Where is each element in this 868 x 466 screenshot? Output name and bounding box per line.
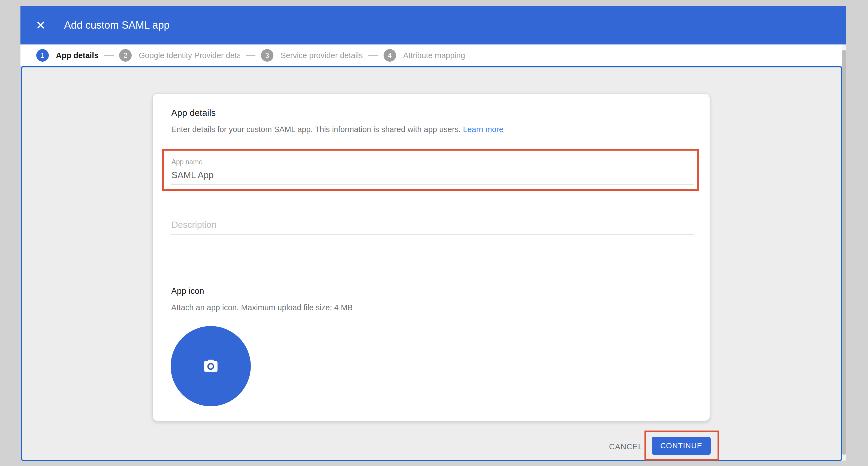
cancel-button[interactable]: CANCEL bbox=[608, 442, 645, 452]
scrollbar-thumb[interactable] bbox=[842, 50, 846, 455]
dialog-header: ✕ Add custom SAML app bbox=[21, 6, 846, 45]
card-description-text: Enter details for your custom SAML app. … bbox=[171, 125, 463, 134]
camera-icon bbox=[204, 359, 218, 373]
app-name-label: App name bbox=[172, 158, 203, 166]
app-icon-upload-button[interactable] bbox=[170, 326, 251, 406]
description-input[interactable] bbox=[171, 220, 694, 235]
close-icon[interactable]: ✕ bbox=[36, 19, 50, 31]
step-number-badge: 2 bbox=[119, 49, 132, 62]
learn-more-link[interactable]: Learn more bbox=[463, 125, 503, 134]
page: ✕ Add custom SAML app 1 App details 2 Go… bbox=[0, 0, 868, 466]
step-divider bbox=[104, 55, 114, 56]
app-icon-heading: App icon bbox=[171, 286, 204, 296]
step-google-idp-details[interactable]: 2 Google Identity Provider details bbox=[119, 49, 240, 62]
dialog-title: Add custom SAML app bbox=[64, 19, 169, 31]
card-description: Enter details for your custom SAML app. … bbox=[171, 125, 503, 134]
step-divider bbox=[246, 55, 255, 56]
app-name-input[interactable] bbox=[171, 170, 694, 185]
step-attribute-mapping[interactable]: 4 Attribute mapping bbox=[383, 49, 465, 62]
app-details-card: App details Enter details for your custo… bbox=[152, 93, 710, 421]
continue-button[interactable]: CONTINUE bbox=[652, 437, 711, 455]
card-heading: App details bbox=[171, 108, 216, 118]
app-icon-help-text: Attach an app icon. Maximum upload file … bbox=[171, 303, 353, 312]
step-label: Attribute mapping bbox=[403, 51, 465, 60]
step-app-details[interactable]: 1 App details bbox=[36, 49, 98, 62]
step-label: Google Identity Provider details bbox=[139, 51, 240, 60]
stepper: 1 App details 2 Google Identity Provider… bbox=[21, 45, 846, 66]
step-number-badge: 4 bbox=[383, 49, 396, 62]
step-divider bbox=[368, 55, 378, 56]
step-label: Service provider details bbox=[281, 51, 363, 60]
step-label: App details bbox=[56, 51, 98, 60]
step-service-provider-details[interactable]: 3 Service provider details bbox=[261, 49, 363, 62]
step-number-badge: 3 bbox=[261, 49, 273, 62]
step-number-badge: 1 bbox=[36, 49, 49, 62]
